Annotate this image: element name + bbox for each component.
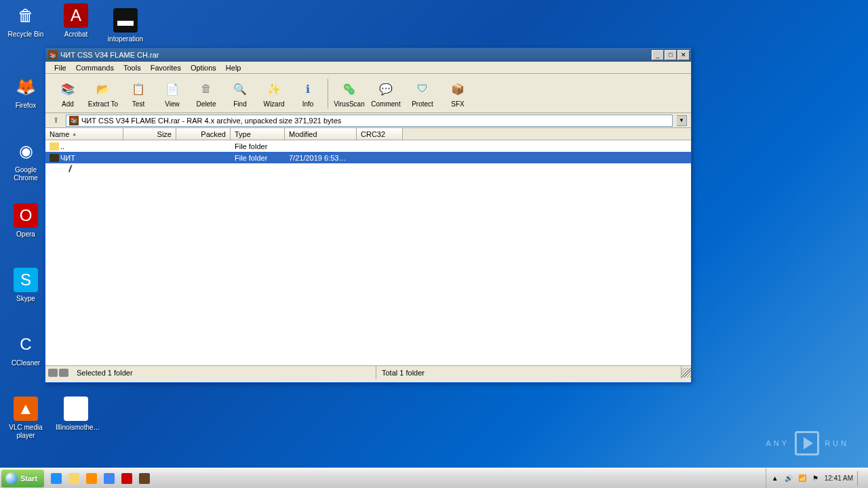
taskbar-app-3[interactable] [101,471,117,486]
column-type[interactable]: Type [231,128,285,140]
column-crc32[interactable]: CRC32 [357,128,403,140]
menu-help[interactable]: Help [221,63,246,73]
toolbar-sfx-button[interactable]: 📦SFX [441,76,475,111]
desktop-icon-opera[interactable]: OOpera [5,203,46,239]
desktop-icon-firefox[interactable]: 🦊Firefox [5,75,46,110]
clock[interactable]: 12:41 AM [825,474,853,482]
toolbar-info-button[interactable]: ℹInfo [291,76,325,111]
maximize-button[interactable]: □ [665,50,677,60]
toolbar-comment-button[interactable]: 💬Comment [368,76,404,111]
taskbar-app-2[interactable] [83,471,100,486]
resize-grip[interactable] [682,368,691,378]
archive-icon: 📚 [69,116,79,125]
file-list[interactable]: ..File folderЧИТFile folder7/21/2019 6:5… [45,140,691,365]
folder-icon [50,154,59,162]
minimize-button[interactable]: _ [652,50,664,60]
menu-commands[interactable]: Commands [71,63,119,73]
desktop-icon-intoperation[interactable]: ▬intoperation [105,8,146,43]
toolbar: 📚Add📂Extract To📋Test📄View🗑Delete🔍Find✨Wi… [45,74,691,113]
menubar: FileCommandsToolsFavoritesOptionsHelp [45,62,691,74]
menu-file[interactable]: File [50,63,71,73]
file-row[interactable]: ..File folder [45,140,691,152]
wizard-icon: ✨ [264,79,284,99]
app-icon: 📚 [48,50,58,60]
toolbar-view-button[interactable]: 📄View [155,76,189,111]
up-button[interactable]: ⬆ [50,115,62,126]
volume-icon[interactable]: 🔊 [784,474,793,483]
desktop-icon-ccleaner[interactable]: CCCleaner [5,332,46,367]
toolbar-test-button[interactable]: 📋Test [121,76,155,111]
protect-icon: 🛡 [412,79,433,99]
watermark: ANY RUN [766,431,849,455]
status-left: Selected 1 folder [71,366,376,379]
column-size[interactable]: Size [123,128,176,140]
network-icon[interactable]: 📶 [797,474,807,483]
find-icon: 🔍 [230,79,250,99]
taskbar-app-4[interactable] [119,471,135,486]
window-title: ЧИТ CSS V34 FLAME CH.rar [60,51,652,59]
play-icon [795,431,819,455]
menu-favorites[interactable]: Favorites [146,63,186,73]
virusscan-icon: 🦠 [339,79,359,99]
extract to-icon: 📂 [93,79,113,99]
desktop-icon-recycle-bin[interactable]: 🗑Recycle Bin [5,3,46,39]
winrar-window: 📚 ЧИТ CSS V34 FLAME CH.rar _ □ ✕ FileCom… [45,47,692,383]
close-button[interactable]: ✕ [677,50,690,60]
status-right: Total 1 folder [376,366,682,379]
column-headers: NameSizePackedTypeModifiedCRC32 [45,128,691,140]
toolbar-extract-to-button[interactable]: 📂Extract To [85,76,121,111]
folder-icon [50,142,59,150]
column-modified[interactable]: Modified [285,128,357,140]
desktop-icon-skype[interactable]: SSkype [5,268,46,303]
toolbar-virusscan-button[interactable]: 🦠VirusScan [331,76,368,111]
column-packed[interactable]: Packed [176,128,231,140]
pinned-apps [48,471,153,486]
path-text: ЧИТ CSS V34 FLAME CH.rar - RAR 4.x archi… [81,117,341,125]
menu-tools[interactable]: Tools [119,63,146,73]
desktop-icon-google-chrome[interactable]: ◉Google Chrome [5,139,46,182]
menu-options[interactable]: Options [186,63,221,73]
path-field[interactable]: 📚 ЧИТ CSS V34 FLAME CH.rar - RAR 4.x arc… [66,115,673,127]
taskbar-app-5[interactable] [136,471,153,486]
delete-icon: 🗑 [196,79,216,99]
desktop-icon-acrobat[interactable]: AAcrobat [56,3,96,39]
flag-icon[interactable]: ⚑ [811,474,821,483]
tray-expand-icon[interactable]: ▲ [770,474,780,483]
taskbar: Start ▲ 🔊 📶 ⚑ 12:41 AM [0,468,868,488]
windows-orb-icon [5,472,18,485]
statusbar: Selected 1 folder Total 1 folder [45,365,691,379]
status-icon[interactable] [59,369,68,377]
add-icon: 📚 [58,79,78,99]
taskbar-app-1[interactable] [66,471,82,486]
status-icon[interactable] [48,369,58,377]
toolbar-add-button[interactable]: 📚Add [51,76,85,111]
test-icon: 📋 [128,79,149,99]
address-bar: ⬆ 📚 ЧИТ CSS V34 FLAME CH.rar - RAR 4.x a… [45,113,691,128]
sfx-icon: 📦 [448,79,468,99]
comment-icon: 💬 [376,79,396,99]
toolbar-find-button[interactable]: 🔍Find [223,76,257,111]
system-tray: ▲ 🔊 📶 ⚑ 12:41 AM [766,468,868,488]
toolbar-protect-button[interactable]: 🛡Protect [404,76,441,111]
info-icon: ℹ [298,79,318,99]
taskbar-app-0[interactable] [48,471,64,486]
column-name[interactable]: Name [45,128,123,140]
titlebar[interactable]: 📚 ЧИТ CSS V34 FLAME CH.rar _ □ ✕ [45,48,691,62]
desktop-icon-illinoismothe-[interactable]: WIllinoismothe… [56,396,96,432]
file-row[interactable]: ЧИТFile folder7/21/2019 6:53… [45,152,691,163]
desktop-icon-vlc-media-player[interactable]: ▲VLC media player [5,396,46,440]
path-dropdown[interactable]: ▼ [677,115,687,126]
start-button[interactable]: Start [1,470,44,487]
view-icon: 📄 [162,79,182,99]
show-desktop[interactable] [857,471,864,486]
toolbar-wizard-button[interactable]: ✨Wizard [257,76,291,111]
toolbar-delete-button[interactable]: 🗑Delete [189,76,223,111]
